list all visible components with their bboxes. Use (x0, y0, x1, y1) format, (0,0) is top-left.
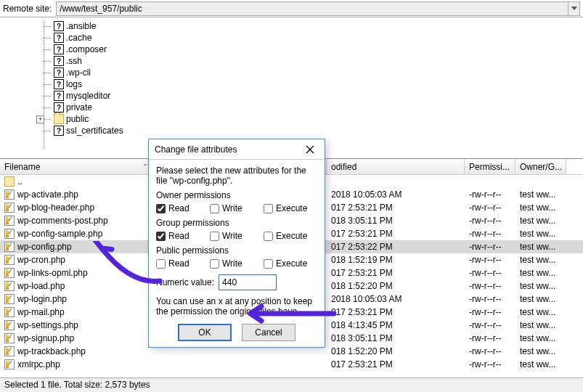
close-icon[interactable] (301, 141, 319, 158)
file-modified: 018 1:52:20 PM (327, 281, 465, 291)
numeric-value-input[interactable] (219, 274, 277, 290)
file-permissions: -rw-r--r-- (465, 268, 515, 278)
group-write-checkbox[interactable]: Write (210, 231, 264, 241)
file-modified: 018 1:52:20 PM (327, 346, 465, 356)
owner-read-checkbox[interactable]: Read (156, 203, 210, 213)
file-name: xmlrpc.php (17, 359, 60, 369)
tree-item[interactable]: ?.composer (54, 44, 583, 55)
remote-path-input[interactable] (56, 1, 568, 16)
file-permissions: -rw-r--r-- (465, 281, 515, 291)
php-file-icon (4, 203, 15, 213)
owner-permissions-label: Owner permissions (156, 190, 317, 200)
tree-item[interactable]: ?private (54, 102, 583, 113)
file-name: .. (17, 176, 23, 187)
expander-icon[interactable]: + (36, 115, 44, 123)
file-name: wp-mail.php (17, 307, 65, 317)
unknown-folder-icon: ? (54, 79, 64, 89)
php-file-icon (4, 346, 15, 356)
unknown-folder-icon: ? (54, 102, 64, 113)
tree-item-label: .ssh (66, 56, 82, 66)
file-owner: test ww... (515, 268, 566, 278)
tree-item-label: .composer (66, 44, 107, 54)
tree-item-label: private (66, 102, 92, 113)
php-file-icon (4, 333, 15, 343)
sort-indicator: ˄ (144, 163, 147, 171)
file-owner: test ww... (515, 307, 566, 317)
tree-item[interactable]: ?mysqleditor (54, 90, 583, 102)
remote-path-dropdown[interactable] (568, 1, 580, 16)
file-permissions: -rw-r--r-- (465, 333, 515, 343)
group-read-checkbox[interactable]: Read (156, 231, 210, 241)
file-modified: 017 2:53:21 PM (327, 268, 465, 278)
php-file-icon (4, 294, 15, 304)
tree-item-label: .cache (66, 33, 91, 43)
public-read-checkbox[interactable]: Read (156, 258, 210, 269)
tree-item[interactable]: ?.cache (54, 32, 583, 44)
tree-item[interactable]: ?.ansible (54, 20, 583, 32)
tree-item-label: logs (66, 79, 82, 89)
file-owner: test ww... (515, 281, 566, 291)
change-attributes-dialog: Change file attributes Please select the… (148, 139, 325, 348)
file-permissions: -rw-r--r-- (465, 216, 515, 226)
owner-execute-checkbox[interactable]: Execute (264, 203, 317, 213)
public-execute-checkbox[interactable]: Execute (264, 258, 317, 269)
file-owner: test ww... (515, 203, 566, 213)
file-owner: test ww... (515, 255, 566, 265)
ok-button[interactable]: OK (178, 324, 232, 341)
php-file-icon (4, 242, 15, 252)
php-file-icon (4, 359, 15, 369)
file-modified: 017 2:53:21 PM (327, 229, 465, 239)
unknown-folder-icon: ? (54, 68, 64, 78)
php-file-icon (4, 229, 15, 239)
column-owner[interactable]: Owner/G... (515, 159, 566, 174)
tree-item[interactable]: ?ssl_certificates (54, 125, 583, 136)
column-modified[interactable]: odified (327, 159, 465, 174)
tree-item[interactable]: +public (54, 113, 583, 125)
tree-item-label: .ansible (66, 21, 96, 31)
file-owner: test ww... (515, 189, 566, 200)
file-permissions: -rw-r--r-- (465, 346, 515, 356)
owner-write-checkbox[interactable]: Write (210, 203, 264, 213)
file-permissions: -rw-r--r-- (465, 255, 515, 265)
file-permissions: -rw-r--r-- (465, 189, 515, 200)
remote-tree[interactable]: ?.ansible?.cache?.composer?.ssh?.wp-cli?… (0, 17, 583, 159)
unknown-folder-icon: ? (54, 56, 64, 66)
file-modified: 018 1:52:19 PM (327, 255, 465, 265)
file-name: wp-config.php (17, 242, 72, 252)
tree-item[interactable]: ?logs (54, 78, 583, 90)
file-name: wp-blog-header.php (17, 203, 94, 213)
dialog-titlebar[interactable]: Change file attributes (149, 139, 325, 160)
file-permissions: -rw-r--r-- (465, 307, 515, 317)
folder-icon (54, 114, 64, 124)
file-owner: test ww... (515, 346, 566, 356)
tree-item-label: .wp-cli (66, 68, 91, 78)
file-owner: test ww... (515, 216, 566, 226)
column-permissions[interactable]: Permissi... (465, 159, 515, 174)
tree-item-label: mysqleditor (66, 91, 110, 101)
group-execute-checkbox[interactable]: Execute (264, 231, 317, 241)
file-modified: 017 2:53:21 PM (327, 203, 465, 213)
tree-item[interactable]: ?.ssh (54, 55, 583, 67)
file-name: wp-activate.php (17, 189, 78, 200)
unknown-folder-icon: ? (54, 21, 64, 31)
file-modified: 018 3:05:11 PM (327, 216, 465, 226)
dialog-hint: You can use an x at any position to keep… (156, 296, 317, 317)
cancel-button[interactable]: Cancel (242, 324, 295, 341)
file-permissions: -rw-r--r-- (465, 242, 515, 252)
public-write-checkbox[interactable]: Write (210, 258, 264, 269)
file-modified: 2018 10:05:03 AM (327, 294, 465, 304)
file-name: wp-settings.php (17, 320, 78, 330)
public-permissions-label: Public permissions (156, 245, 317, 256)
file-permissions: -rw-r--r-- (465, 203, 515, 213)
file-modified: 017 2:53:21 PM (327, 359, 465, 369)
column-filename-label: Filename (4, 162, 40, 172)
php-file-icon (4, 320, 15, 330)
tree-item[interactable]: ?.wp-cli (54, 67, 583, 78)
file-modified: 2018 10:05:03 AM (327, 189, 465, 200)
tree-item-label: ssl_certificates (66, 126, 123, 136)
file-owner: test ww... (515, 229, 566, 239)
file-owner: test ww... (515, 242, 566, 252)
column-filename[interactable]: Filename ˄ (0, 159, 152, 174)
file-row[interactable]: xmlrpc.php017 2:53:21 PM-rw-r--r--test w… (0, 358, 583, 371)
remote-site-label: Remote site: (3, 4, 56, 14)
